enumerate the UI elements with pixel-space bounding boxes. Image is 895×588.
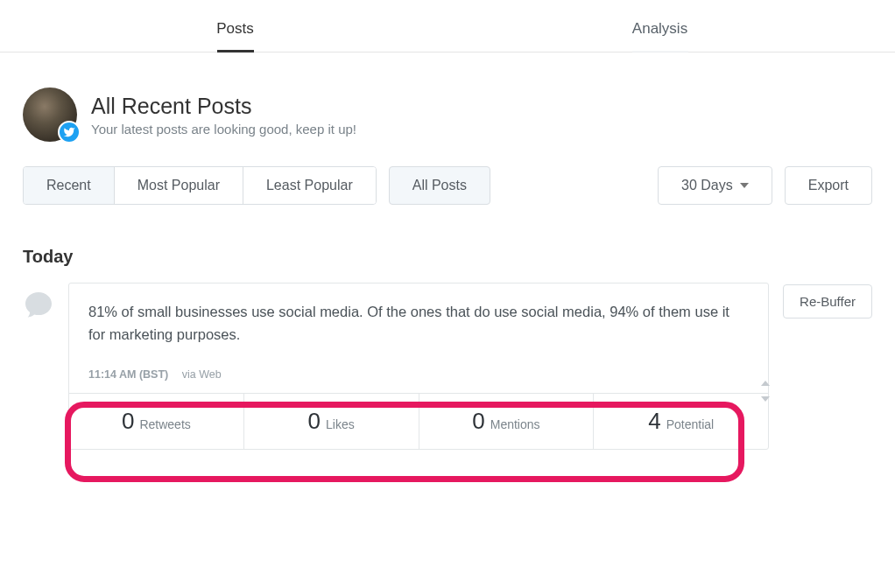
page-subtitle: Your latest posts are looking good, keep… xyxy=(91,122,356,136)
section-heading-today: Today xyxy=(23,247,872,267)
page-header: All Recent Posts Your latest posts are l… xyxy=(23,88,872,142)
stat-potential: 4 Potential xyxy=(594,394,768,449)
post-meta: 11:14 AM (BST) via Web xyxy=(88,368,749,381)
twitter-icon xyxy=(63,126,75,138)
page-title: All Recent Posts xyxy=(91,94,356,119)
stat-potential-label: Potential xyxy=(666,417,714,431)
filter-most-popular[interactable]: Most Popular xyxy=(115,167,243,204)
post-row: 81% of small businesses use social media… xyxy=(23,283,872,450)
sort-segment: Recent Most Popular Least Popular xyxy=(23,166,377,205)
profile-avatar xyxy=(23,88,77,142)
stat-potential-value: 4 xyxy=(648,408,660,435)
chevron-down-icon xyxy=(740,183,749,188)
stat-likes-value: 0 xyxy=(308,408,321,435)
rebuffer-button[interactable]: Re-Buffer xyxy=(783,284,872,318)
post-text: 81% of small businesses use social media… xyxy=(88,301,749,346)
stat-mentions-value: 0 xyxy=(472,408,484,435)
stat-retweets: 0 Retweets xyxy=(69,394,244,449)
post-source: via Web xyxy=(182,368,222,381)
post-stats: 0 Retweets 0 Likes 0 Mentions 4 Potentia… xyxy=(69,393,768,449)
comment-icon xyxy=(23,290,54,321)
post-card: 81% of small businesses use social media… xyxy=(68,283,769,450)
scroll-up-icon xyxy=(761,381,770,386)
filter-recent[interactable]: Recent xyxy=(24,167,115,204)
tab-analysis[interactable]: Analysis xyxy=(448,4,872,52)
stat-retweets-label: Retweets xyxy=(139,417,190,431)
stat-retweets-value: 0 xyxy=(122,408,134,435)
stat-likes: 0 Likes xyxy=(244,394,419,449)
export-button[interactable]: Export xyxy=(785,166,872,205)
filter-all-posts[interactable]: All Posts xyxy=(389,166,490,205)
tab-posts[interactable]: Posts xyxy=(23,4,448,52)
scroll-down-icon xyxy=(761,396,770,402)
date-range-label: 30 Days xyxy=(681,178,733,193)
date-range-dropdown[interactable]: 30 Days xyxy=(658,166,772,205)
twitter-badge xyxy=(58,121,81,144)
post-time: 11:14 AM (BST) xyxy=(88,368,168,381)
tab-bar: Posts Analysis xyxy=(0,0,895,52)
scroll-handle[interactable] xyxy=(761,381,770,402)
stat-mentions-label: Mentions xyxy=(490,417,540,431)
stat-mentions: 0 Mentions xyxy=(419,394,595,449)
filter-bar: Recent Most Popular Least Popular All Po… xyxy=(23,166,872,205)
filter-least-popular[interactable]: Least Popular xyxy=(243,167,376,204)
stat-likes-label: Likes xyxy=(326,417,355,431)
